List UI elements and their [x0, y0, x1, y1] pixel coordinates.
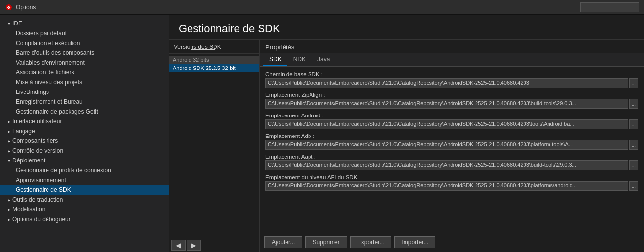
versions-panel-title: Versions des SDK [169, 40, 259, 54]
main-container: ▾IDEDossiers par défautCompilation et ex… [0, 15, 644, 252]
prop-label-emplacement-zipalign: Emplacement ZipAlign : [265, 92, 638, 98]
sidebar-item-label: Composants tiers [12, 137, 58, 144]
tab-sdk[interactable]: SDK [263, 53, 287, 66]
prop-row-emplacement-adb: Emplacement Adb :C:\Users\Public\Documen… [260, 131, 644, 152]
chevron-icon: ▸ [8, 148, 10, 154]
prop-label-emplacement-android: Emplacement Android : [265, 113, 638, 118]
sidebar-item-options-debogueur[interactable]: ▸Options du débogueur [0, 214, 169, 224]
sidebar-item-deploiement[interactable]: ▾Déploiement [0, 156, 169, 165]
prop-browse-btn-emplacement-android[interactable]: ... [629, 119, 638, 129]
sidebar-item-outils-traduction[interactable]: ▸Outils de traduction [0, 195, 169, 205]
sidebar-item-ide[interactable]: ▾IDE [0, 19, 169, 28]
bottom-bar: Ajouter... Supprimer Exporter... Importe… [260, 232, 644, 252]
prop-label-emplacement-aapt: Emplacement Aapt : [265, 154, 638, 160]
prop-browse-btn-emplacement-aapt[interactable]: ... [629, 160, 638, 170]
properties-content: Chemin de base SDK :C:\Users\Public\Docu… [260, 67, 644, 232]
sidebar-item-barre[interactable]: Barre d'outils des composants [0, 48, 169, 58]
app-icon: ❖ [5, 3, 13, 11]
titlebar: ❖ Options [0, 0, 644, 15]
content-body: Versions des SDK Android 32 bitsAndroid … [169, 40, 644, 252]
sidebar-item-gestionnaire-packages[interactable]: Gestionnaire de packages GetIt [0, 107, 169, 116]
sdk-item-android-32-category: Android 32 bits [169, 56, 259, 64]
prop-browse-btn-chemin-base[interactable]: ... [629, 78, 638, 88]
sidebar-item-composants-tiers[interactable]: ▸Composants tiers [0, 136, 169, 146]
sdk-nav-prev[interactable]: ◀ [171, 240, 186, 251]
chevron-icon: ▸ [8, 129, 10, 134]
chevron-icon: ▸ [8, 119, 10, 124]
sidebar-item-label: Modélisation [12, 206, 45, 213]
chevron-icon: ▸ [8, 138, 10, 144]
sidebar-item-label: IDE [12, 20, 22, 27]
prop-input-emplacement-aapt[interactable]: C:\Users\Public\Documents\Embarcadero\St… [265, 160, 628, 170]
chevron-icon: ▾ [8, 21, 10, 26]
page-title: Gestionnaire de SDK [179, 23, 280, 35]
sidebar-item-association[interactable]: Association de fichiers [0, 68, 169, 77]
sidebar-item-gestionnaire-sdk[interactable]: Gestionnaire de SDK [0, 185, 169, 195]
supprimer-button[interactable]: Supprimer [305, 236, 347, 248]
sidebar: ▾IDEDossiers par défautCompilation et ex… [0, 15, 169, 252]
svg-text:❖: ❖ [7, 5, 11, 10]
prop-row-chemin-base: Chemin de base SDK :C:\Users\Public\Docu… [260, 69, 644, 90]
sidebar-item-label: Déploiement [12, 157, 45, 164]
content-header: Gestionnaire de SDK [169, 15, 644, 40]
prop-input-emplacement-adb[interactable]: C:\Users\Public\Documents\Embarcadero\St… [265, 140, 628, 150]
prop-input-emplacement-api[interactable]: C:\Users\Public\Documents\Embarcadero\St… [265, 181, 628, 191]
sdk-nav-next[interactable]: ▶ [187, 240, 201, 251]
prop-label-emplacement-adb: Emplacement Adb : [265, 133, 638, 139]
sidebar-item-live-bindings[interactable]: LiveBindings [0, 87, 169, 97]
chevron-icon: ▸ [8, 207, 10, 212]
prop-row-emplacement-zipalign: Emplacement ZipAlign :C:\Users\Public\Do… [260, 90, 644, 111]
prop-value-row-emplacement-zipalign: C:\Users\Public\Documents\Embarcadero\St… [265, 99, 638, 109]
sidebar-item-variables[interactable]: Variables d'environnement [0, 58, 169, 68]
prop-browse-btn-emplacement-adb[interactable]: ... [629, 140, 638, 150]
sidebar-item-mise-a-niveau[interactable]: Mise à niveau des projets [0, 77, 169, 87]
prop-input-emplacement-android[interactable]: C:\Users\Public\Documents\Embarcadero\St… [265, 119, 628, 129]
chevron-icon: ▸ [8, 197, 10, 203]
tab-java[interactable]: Java [311, 53, 335, 66]
versions-panel: Versions des SDK Android 32 bitsAndroid … [169, 40, 260, 252]
prop-label-emplacement-api: Emplacement du niveau API du SDK: [265, 174, 638, 180]
chevron-icon: ▸ [8, 217, 10, 222]
prop-input-emplacement-zipalign[interactable]: C:\Users\Public\Documents\Embarcadero\St… [265, 99, 628, 109]
sdk-item-android-sdk-25[interactable]: Android SDK 25.2.5 32-bit [169, 64, 259, 72]
prop-value-row-emplacement-adb: C:\Users\Public\Documents\Embarcadero\St… [265, 140, 638, 150]
tabs-row: SDKNDKJava [260, 53, 644, 67]
sidebar-item-gestionnaire-profils[interactable]: Gestionnaire de profils de connexion [0, 165, 169, 175]
sdk-list: Android 32 bitsAndroid SDK 25.2.5 32-bit [169, 54, 259, 238]
prop-row-emplacement-api: Emplacement du niveau API du SDK:C:\User… [260, 172, 644, 193]
tab-ndk[interactable]: NDK [287, 53, 311, 66]
sidebar-item-label: Contrôle de version [12, 147, 63, 154]
sdk-nav: ◀ ▶ [169, 238, 259, 252]
prop-label-chemin-base: Chemin de base SDK : [265, 71, 638, 77]
exporter-button[interactable]: Exporter... [350, 236, 392, 248]
sidebar-item-dossiers[interactable]: Dossiers par défaut [0, 28, 169, 38]
prop-row-emplacement-aapt: Emplacement Aapt :C:\Users\Public\Docume… [260, 152, 644, 172]
prop-browse-btn-emplacement-zipalign[interactable]: ... [629, 99, 638, 109]
sidebar-item-interface[interactable]: ▸Interface utilisateur [0, 116, 169, 126]
properties-panel: Propriétés SDKNDKJava Chemin de base SDK… [260, 40, 644, 252]
sidebar-item-label: Langage [12, 128, 35, 135]
prop-browse-btn-emplacement-api[interactable]: ... [629, 181, 638, 191]
content-area: Gestionnaire de SDK Versions des SDK And… [169, 15, 644, 252]
sidebar-item-enregistrement[interactable]: Enregistrement et Bureau [0, 97, 169, 107]
sidebar-item-label: Options du débogueur [12, 216, 71, 223]
prop-value-row-emplacement-android: C:\Users\Public\Documents\Embarcadero\St… [265, 119, 638, 129]
prop-value-row-chemin-base: C:\Users\Public\Documents\Embarcadero\St… [265, 78, 638, 88]
search-input[interactable] [580, 2, 639, 12]
window-title: Options [16, 4, 36, 11]
sidebar-item-approvisionnement[interactable]: Approvisionnement [0, 175, 169, 185]
chevron-icon: ▾ [8, 158, 10, 163]
prop-row-emplacement-android: Emplacement Android :C:\Users\Public\Doc… [260, 111, 644, 131]
sidebar-item-modelisation[interactable]: ▸Modélisation [0, 205, 169, 214]
prop-value-row-emplacement-aapt: C:\Users\Public\Documents\Embarcadero\St… [265, 160, 638, 170]
ajouter-button[interactable]: Ajouter... [264, 236, 302, 248]
sidebar-item-langage[interactable]: ▸Langage [0, 126, 169, 136]
sidebar-item-controle-version[interactable]: ▸Contrôle de version [0, 146, 169, 156]
sidebar-item-label: Outils de traduction [12, 196, 63, 203]
sidebar-item-label: Interface utilisateur [12, 118, 62, 125]
importer-button[interactable]: Importer... [394, 236, 435, 248]
prop-input-chemin-base[interactable]: C:\Users\Public\Documents\Embarcadero\St… [265, 78, 628, 88]
properties-panel-title: Propriétés [260, 40, 644, 53]
prop-value-row-emplacement-api: C:\Users\Public\Documents\Embarcadero\St… [265, 181, 638, 191]
sidebar-item-compilation[interactable]: Compilation et exécution [0, 38, 169, 48]
